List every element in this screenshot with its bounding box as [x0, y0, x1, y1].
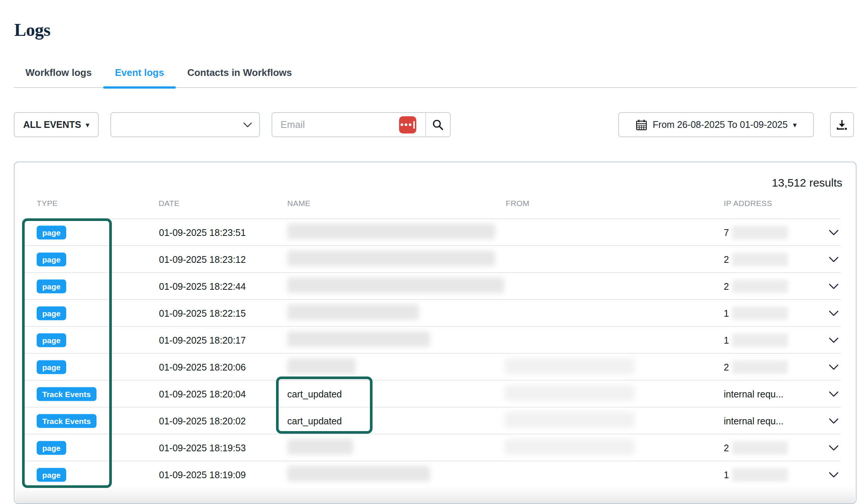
redacted-name-blur	[287, 439, 353, 455]
redacted-name-blur	[287, 358, 356, 374]
table-row[interactable]: page 01-09-2025 18:22:15 1	[15, 300, 856, 327]
row-expand-chevron[interactable]	[828, 256, 839, 263]
calendar-icon	[635, 119, 647, 131]
type-cell: page	[37, 280, 66, 294]
ip-prefix-digit: 2	[724, 254, 729, 265]
row-expand-chevron[interactable]	[828, 364, 839, 371]
ip-address-cell: internal requ...	[724, 416, 784, 427]
table-row[interactable]: page 01-09-2025 18:23:51 7	[15, 219, 856, 246]
category-select[interactable]	[110, 112, 260, 137]
event-type-badge: Track Events	[37, 414, 96, 428]
date-cell: 01-09-2025 18:19:09	[159, 470, 246, 480]
type-cell: page	[37, 253, 66, 267]
date-cell: 01-09-2025 18:20:04	[159, 389, 246, 400]
row-expand-chevron[interactable]	[828, 283, 839, 290]
chevron-down-icon	[828, 283, 839, 290]
date-cell: 01-09-2025 18:23:51	[159, 227, 246, 238]
from-cell	[505, 412, 635, 430]
row-expand-chevron[interactable]	[828, 418, 839, 424]
chevron-down-icon	[243, 122, 252, 128]
table-bottom-fade	[15, 486, 855, 503]
table-row[interactable]: page 01-09-2025 18:22:44 2	[15, 273, 856, 300]
event-type-badge: page	[37, 441, 66, 455]
column-header-date: DATE	[159, 199, 180, 208]
password-manager-extension-icon[interactable]	[399, 116, 416, 133]
ip-address-cell: 1	[724, 334, 788, 347]
event-type-badge: page	[37, 334, 66, 347]
tab-event-logs[interactable]: Event logs	[103, 58, 175, 87]
all-events-label: ALL EVENTS	[23, 119, 81, 130]
redacted-ip-blur	[732, 360, 788, 374]
redacted-from-blur	[505, 385, 635, 401]
row-expand-chevron[interactable]	[828, 472, 839, 478]
chevron-down-icon	[828, 472, 839, 478]
search-button[interactable]	[426, 113, 450, 136]
redacted-ip-blur	[732, 226, 788, 239]
type-cell: page	[37, 360, 66, 374]
table-row[interactable]: Track Events 01-09-2025 18:20:04 cart_up…	[15, 381, 856, 408]
download-button[interactable]	[830, 112, 854, 137]
caret-down-icon: ▾	[86, 121, 89, 129]
from-cell	[505, 385, 635, 403]
page-title: Logs	[14, 19, 50, 40]
chevron-down-icon	[828, 364, 839, 371]
table-row[interactable]: page 01-09-2025 18:19:53 2	[15, 434, 856, 461]
redacted-ip-blur	[732, 280, 788, 293]
name-cell: cart_updated	[287, 389, 342, 400]
column-header-name: NAME	[287, 199, 310, 208]
from-cell	[505, 358, 635, 376]
date-range-button[interactable]: From 26-08-2025 To 01-09-2025 ▾	[618, 112, 814, 137]
row-expand-chevron[interactable]	[828, 391, 839, 397]
ip-address-cell: 1	[724, 307, 788, 320]
date-cell: 01-09-2025 18:19:53	[159, 443, 246, 454]
type-cell: page	[37, 226, 66, 240]
name-cell	[287, 331, 430, 349]
redacted-ip-blur	[732, 441, 788, 455]
redacted-ip-blur	[732, 468, 788, 482]
email-field-wrap	[272, 113, 426, 136]
name-cell	[287, 304, 419, 322]
ip-address-cell: 2	[724, 280, 788, 293]
type-cell: Track Events	[37, 387, 96, 401]
table-header-row: TYPEDATENAMEFROMIP ADDRESS	[15, 199, 856, 219]
type-cell: page	[37, 441, 66, 455]
event-type-badge: page	[37, 360, 66, 374]
table-row[interactable]: page 01-09-2025 18:20:17 1	[15, 327, 856, 354]
date-range-label: From 26-08-2025 To 01-09-2025	[653, 119, 788, 130]
active-tab-underline	[103, 86, 175, 89]
all-events-dropdown-button[interactable]: ALL EVENTS ▾	[14, 112, 99, 137]
row-expand-chevron[interactable]	[828, 337, 839, 344]
column-header-from: FROM	[506, 199, 529, 208]
event-type-badge: Track Events	[37, 387, 96, 401]
table-row[interactable]: Track Events 01-09-2025 18:20:02 cart_up…	[15, 408, 856, 434]
caret-down-icon: ▾	[793, 121, 797, 129]
table-row[interactable]: page 01-09-2025 18:19:09 1	[15, 461, 856, 488]
tab-label: Workflow logs	[25, 67, 92, 79]
date-cell: 01-09-2025 18:20:02	[159, 416, 246, 427]
row-expand-chevron[interactable]	[828, 445, 839, 451]
name-cell	[287, 251, 495, 268]
redacted-name-blur	[287, 331, 430, 347]
tab-contacts-in-workflows[interactable]: Contacts in Workflows	[176, 58, 304, 87]
ip-prefix-digit: 1	[724, 308, 729, 319]
ip-prefix-digit: 1	[724, 335, 729, 346]
type-cell: Track Events	[37, 414, 96, 428]
redacted-ip-blur	[732, 307, 788, 320]
event-type-badge: page	[37, 226, 66, 240]
tabs-bar: Workflow logsEvent logsContacts in Workf…	[14, 58, 857, 88]
results-count: 13,512 results	[772, 176, 842, 189]
row-expand-chevron[interactable]	[828, 230, 839, 236]
type-cell: page	[37, 307, 66, 320]
table-row[interactable]: page 01-09-2025 18:23:12 2	[15, 246, 856, 273]
tab-workflow-logs[interactable]: Workflow logs	[14, 58, 103, 87]
table-row[interactable]: page 01-09-2025 18:20:06 2	[15, 354, 856, 381]
date-cell: 01-09-2025 18:20:06	[159, 362, 246, 373]
row-expand-chevron[interactable]	[828, 310, 839, 317]
event-type-badge: page	[37, 280, 66, 294]
ip-address-cell: 1	[724, 468, 788, 482]
ip-prefix-digit: 7	[724, 227, 729, 238]
logs-table-card: 13,512 results TYPEDATENAMEFROMIP ADDRES…	[14, 162, 857, 504]
redacted-name-blur	[287, 304, 419, 320]
tab-label: Contacts in Workflows	[187, 67, 292, 79]
tab-label: Event logs	[115, 67, 164, 79]
